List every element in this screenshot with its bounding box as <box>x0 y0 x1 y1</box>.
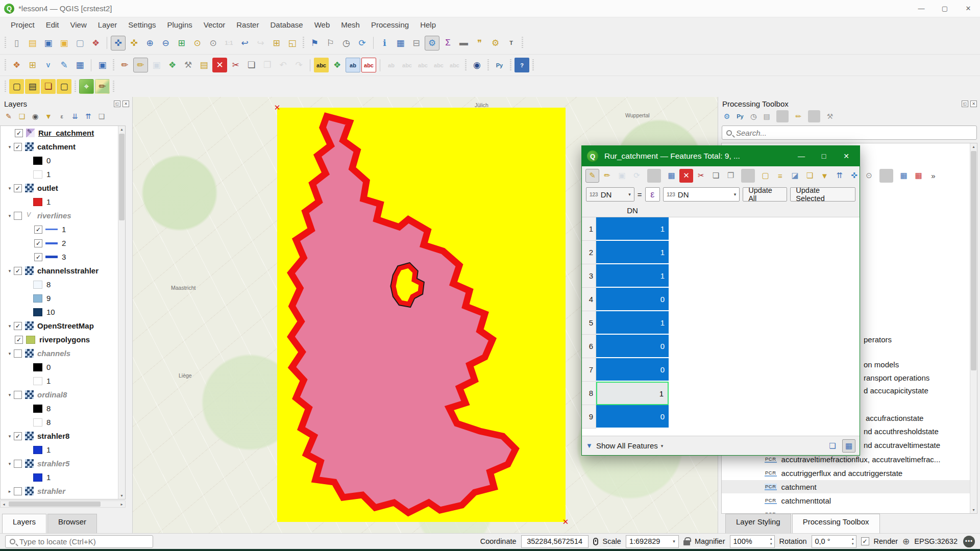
row-number[interactable]: 1 <box>582 217 596 241</box>
move-label-icon[interactable]: abc▾ <box>415 58 430 72</box>
processing-search[interactable] <box>722 126 977 140</box>
6[interactable]: 6 0 <box>582 335 860 358</box>
zoom-out-icon[interactable]: ⊖▾ <box>158 36 173 51</box>
processing-algorithm[interactable]: PCR accutriggerflux and accutriggerstate <box>722 466 977 480</box>
toolbar-icon[interactable]: ▾ <box>532 59 534 71</box>
processing-algorithm[interactable]: PCR catchmenttotal <box>722 494 977 507</box>
filter-select-icon[interactable]: ▼▾ <box>818 169 831 183</box>
layer-row[interactable]: ▾ ✓ outlet <box>1 181 125 195</box>
3[interactable]: 3 1 <box>582 264 860 288</box>
toolbar-icon[interactable]: ▾ <box>112 59 115 71</box>
layer-diagram-icon[interactable]: ❖▾ <box>330 58 345 72</box>
processing-item-text[interactable]: ransport operations <box>864 371 929 385</box>
layer-checkbox[interactable]: ✓ <box>14 184 22 192</box>
rotation-field[interactable]: 0,0 ° <box>812 535 856 548</box>
layer-checkbox[interactable] <box>14 487 22 495</box>
layer-row[interactable]: ✓ riverpolygons <box>1 333 125 346</box>
paste-features-icon[interactable]: ❐▾ <box>260 58 275 72</box>
toolbar-icon[interactable]: ▾ <box>373 37 374 49</box>
layers-horizontal-scrollbar[interactable]: ◂ ▸ <box>0 500 126 508</box>
move-selection-top-icon[interactable]: ⇈▾ <box>832 169 846 183</box>
layer-row[interactable]: 1 <box>1 443 125 457</box>
current-edits-icon[interactable]: ✏▾ <box>117 58 132 72</box>
field-combo[interactable]: 123 DN ▾ <box>586 187 634 202</box>
select-features-by-value-icon[interactable]: ▤▾ <box>25 79 40 94</box>
data-source-manager-icon[interactable]: ❖▾ <box>9 58 24 72</box>
layer-checkbox[interactable]: ✓ <box>34 226 42 234</box>
expression-builder-button[interactable]: ε <box>645 187 660 202</box>
processing-algorithm[interactable]: PCR catchment <box>722 480 977 493</box>
run-feature-action-icon[interactable]: ⚙▾ <box>488 36 503 51</box>
update-selected-button[interactable]: Update Selected <box>790 187 855 202</box>
new-3d-map-view-icon[interactable]: ◱▾ <box>285 36 300 51</box>
close-panel-icon[interactable]: ✕ <box>970 101 977 107</box>
measure-icon[interactable]: ▬▾ <box>456 36 471 51</box>
save-project-icon[interactable]: ▣▾ <box>41 36 56 51</box>
show-bookmarks-icon[interactable]: ⚐▾ <box>323 36 338 51</box>
menu-item[interactable]: Processing <box>365 17 414 32</box>
tab-browser[interactable]: Browser <box>47 514 97 533</box>
add-group-icon[interactable]: ❏▾ <box>16 110 28 122</box>
toolbar-icon[interactable]: ▾ <box>112 81 115 93</box>
zoom-next-icon[interactable]: ↪▾ <box>253 36 268 51</box>
layer-row[interactable]: 8 <box>1 402 125 415</box>
layout-manager-icon[interactable]: ▢▾ <box>72 36 87 51</box>
reload-table-icon[interactable]: ⟳▾ <box>630 169 644 183</box>
edit-features-in-place-icon[interactable]: ✏▾ <box>792 110 804 122</box>
start-algorithm-icon[interactable]: ⚙▾ <box>721 110 733 122</box>
layers-vertical-scrollbar[interactable]: ▴ ▾ <box>118 126 125 499</box>
crs-globe-icon[interactable]: ⊕ <box>902 536 910 547</box>
cell-value[interactable]: 0 <box>596 405 669 429</box>
5[interactable]: 5 1 <box>582 311 860 335</box>
layer-row[interactable]: 1 <box>1 374 125 388</box>
filter-by-expression-icon[interactable]: ε▾ <box>56 110 68 122</box>
processing-vertical-scrollbar[interactable]: ▴ ▾ <box>970 143 977 513</box>
epsg-indicator[interactable]: EPSG:32632 <box>914 537 958 545</box>
table-view-button[interactable]: ▦ <box>842 439 855 453</box>
expander-icon[interactable]: ▾ <box>6 144 14 149</box>
close-button[interactable]: ✕ <box>957 0 980 17</box>
redo-icon[interactable]: ↷▾ <box>291 58 306 72</box>
map-tips-icon[interactable]: ❞▾ <box>472 36 487 51</box>
form-view-button[interactable]: ❏ <box>826 439 839 453</box>
layer-row[interactable]: ▾ ✓ OpenStreetMap <box>1 319 125 333</box>
layer-row[interactable]: 0 <box>1 360 125 374</box>
add-polygon-feature-icon[interactable]: ❖▾ <box>165 58 180 72</box>
layer-row[interactable]: ✓ 3 <box>1 250 125 264</box>
new-geopackage-layer-icon[interactable]: ⊞▾ <box>25 58 40 72</box>
menu-item[interactable]: Help <box>414 17 442 32</box>
menu-item[interactable]: Vector <box>198 17 231 32</box>
pin-labels-icon[interactable]: ab▾ <box>346 58 360 72</box>
cell-value[interactable]: 0 <box>596 288 669 311</box>
open-layer-styling-icon[interactable]: ✎▾ <box>3 110 15 122</box>
python-console-icon[interactable]: Py▾ <box>492 58 507 72</box>
vertex-tool-icon[interactable]: ⚒▾ <box>181 58 195 72</box>
expander-icon[interactable]: ▾ <box>6 213 14 218</box>
render-checkbox[interactable]: ✓ <box>861 537 869 545</box>
layer-row[interactable]: 8 <box>1 278 125 291</box>
minimize-button[interactable]: — <box>910 0 933 17</box>
layer-checkbox[interactable]: ✓ <box>14 322 22 330</box>
new-spatialite-layer-icon[interactable]: ✎▾ <box>57 58 71 72</box>
save-edits-icon[interactable]: ▣▾ <box>615 169 629 183</box>
zoom-to-layer-icon[interactable]: ⊙▾ <box>190 36 205 51</box>
layer-checkbox[interactable] <box>14 460 22 468</box>
python-algorithms-icon[interactable]: Py▾ <box>734 110 746 122</box>
layer-row[interactable]: ✓ Rur_catchment <box>1 126 125 140</box>
pan-to-selection-icon[interactable]: ✜▾ <box>127 36 141 51</box>
layer-checkbox[interactable]: ✓ <box>34 253 42 261</box>
column-header[interactable]: DN <box>596 204 669 217</box>
layer-checkbox[interactable]: ✓ <box>34 239 42 247</box>
menu-item[interactable]: Edit <box>40 17 65 32</box>
layer-row[interactable]: ▾ strahler5 <box>1 457 125 470</box>
dialog-close-button[interactable]: ✕ <box>835 147 857 165</box>
expander-icon[interactable]: ▾ <box>6 323 14 329</box>
filter-legend-icon[interactable]: ▼▾ <box>42 110 55 122</box>
toolbar-icon[interactable]: ▾ <box>302 37 305 49</box>
save-project-as-icon[interactable]: ▣▾ <box>57 36 71 51</box>
expander-icon[interactable]: ▾ <box>6 434 14 439</box>
menu-item[interactable]: Web <box>309 17 336 32</box>
modify-attributes-icon[interactable]: ▤▾ <box>197 58 211 72</box>
toolbar-icon[interactable]: ▾ <box>74 81 77 93</box>
copy-icon[interactable]: ❏▾ <box>709 169 723 183</box>
